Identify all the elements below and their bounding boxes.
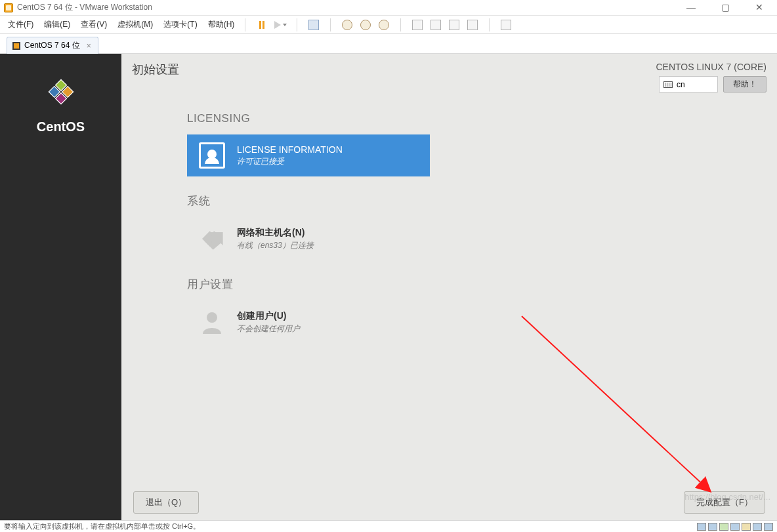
toolbar-seamless-button[interactable] <box>465 18 480 32</box>
tab-label: CentOS 7 64 位 <box>24 40 80 51</box>
toolbar-fit-guest-button[interactable] <box>410 18 425 32</box>
fit-icon <box>412 20 423 30</box>
separator <box>489 18 490 31</box>
window-maximize-button[interactable]: ▢ <box>715 1 735 14</box>
window-close-button[interactable]: ✕ <box>749 1 769 14</box>
separator <box>400 18 401 31</box>
window-titlebar: CentOS 7 64 位 - VMware Workstation — ▢ ✕ <box>0 0 777 16</box>
toolbar-snapshot-revert-button[interactable] <box>358 18 373 32</box>
fullscreen-icon <box>449 20 459 30</box>
tab-close-button[interactable]: × <box>87 41 91 51</box>
statusbar-hint: 要将输入定向到该虚拟机，请在虚拟机内部单击或按 Ctrl+G。 <box>4 522 200 531</box>
statusbar: 要将输入定向到该虚拟机，请在虚拟机内部单击或按 Ctrl+G。 <box>0 520 777 532</box>
vm-tab-icon <box>12 42 20 50</box>
status-device-icon[interactable] <box>730 523 740 531</box>
tile-title: 创建用户(U) <box>237 310 300 322</box>
guest-sidebar: CentOS <box>0 54 121 520</box>
tile-title: 网络和主机名(N) <box>237 227 314 239</box>
tile-license-information[interactable]: LICENSE INFORMATION 许可证已接受 <box>187 134 430 176</box>
tile-create-user[interactable]: 创建用户(U) 不会创建任何用户 <box>187 301 430 343</box>
help-button[interactable]: 帮助！ <box>723 76 766 92</box>
separator <box>297 18 297 31</box>
menu-file[interactable]: 文件(F) <box>4 17 37 32</box>
finish-config-button[interactable]: 完成配置（F） <box>684 491 765 514</box>
window-minimize-button[interactable]: — <box>681 1 701 14</box>
centos-logo-icon <box>41 72 81 112</box>
toolbar-send-ctrl-alt-del-button[interactable] <box>306 18 321 32</box>
separator <box>330 18 331 31</box>
toolbar-power-dropdown[interactable] <box>273 18 287 32</box>
toolbar-fullscreen-button[interactable] <box>447 18 461 32</box>
unity-icon <box>430 20 441 30</box>
window-title: CentOS 7 64 位 - VMware Workstation <box>17 2 152 13</box>
quit-button[interactable]: 退出（Q） <box>133 491 199 514</box>
toolbar-snapshot-take-button[interactable] <box>340 18 354 32</box>
snapshot-revert-icon <box>360 20 371 30</box>
section-head-users: 用户设置 <box>187 277 777 292</box>
snapshot-icon <box>342 20 352 30</box>
seamless-icon <box>467 20 478 30</box>
tile-subtitle: 许可证已接受 <box>237 156 343 167</box>
keyboard-layout-label: cn <box>677 80 685 89</box>
status-device-icon[interactable] <box>753 523 762 531</box>
distro-label: CENTOS LINUX 7 (CORE) <box>656 62 766 72</box>
tile-subtitle: 不会创建任何用户 <box>237 323 300 335</box>
tab-centos[interactable]: CentOS 7 64 位 × <box>7 37 98 54</box>
svg-point-4 <box>207 312 217 323</box>
toolbar-pause-button[interactable] <box>255 18 269 32</box>
page-title: 初始设置 <box>132 62 179 77</box>
vm-viewport[interactable]: CentOS 初始设置 CENTOS LINUX 7 (CORE) cn 帮助！ <box>0 54 777 520</box>
status-device-icon[interactable] <box>742 523 751 531</box>
status-device-icon[interactable] <box>719 523 728 531</box>
vmware-icon <box>4 3 13 12</box>
section-head-licensing: LICENSING <box>187 112 777 125</box>
user-icon <box>199 309 225 335</box>
library-icon <box>501 20 511 30</box>
toolbar-unity-button[interactable] <box>429 18 443 32</box>
keyboard-icon <box>663 81 673 88</box>
status-device-icon[interactable] <box>697 523 706 531</box>
menubar: 文件(F) 编辑(E) 查看(V) 虚拟机(M) 选项卡(T) 帮助(H) <box>0 16 777 34</box>
network-icon <box>199 226 225 252</box>
snapshot-manager-icon <box>379 20 389 30</box>
toolbar-library-button[interactable] <box>499 18 513 32</box>
tile-subtitle: 有线（ens33）已连接 <box>237 240 314 251</box>
centos-brand-text: CentOS <box>37 119 85 134</box>
separator <box>245 18 245 31</box>
license-icon <box>199 142 225 169</box>
send-keys-icon <box>308 20 319 30</box>
tile-network-hostname[interactable]: 网络和主机名(N) 有线（ens33）已连接 <box>187 218 430 260</box>
menu-view[interactable]: 查看(V) <box>77 17 111 32</box>
keyboard-layout-indicator[interactable]: cn <box>659 76 718 92</box>
tile-title: LICENSE INFORMATION <box>237 144 343 155</box>
section-head-system: 系统 <box>187 194 777 209</box>
status-device-icon[interactable] <box>764 523 773 531</box>
menu-help[interactable]: 帮助(H) <box>204 17 239 32</box>
menu-tabs[interactable]: 选项卡(T) <box>159 17 201 32</box>
toolbar-snapshot-manager-button[interactable] <box>377 18 391 32</box>
guest-main: 初始设置 CENTOS LINUX 7 (CORE) cn 帮助！ LICENS… <box>121 54 777 520</box>
menu-edit[interactable]: 编辑(E) <box>40 17 74 32</box>
status-device-icon[interactable] <box>708 523 717 531</box>
menu-vm[interactable]: 虚拟机(M) <box>114 17 157 32</box>
tabs-row: CentOS 7 64 位 × <box>0 34 777 54</box>
